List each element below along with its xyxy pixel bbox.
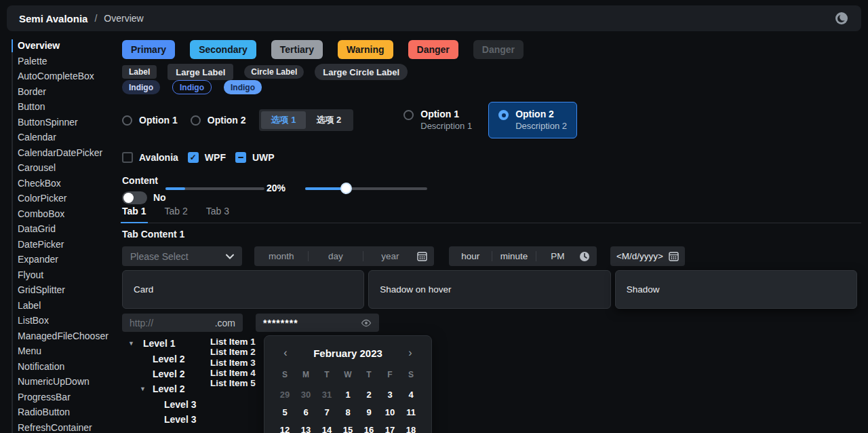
tree-node-level-2[interactable]: Level 2 bbox=[122, 366, 210, 381]
sidebar-item-carousel[interactable]: Carousel bbox=[7, 160, 121, 176]
sidebar-item-label[interactable]: Label bbox=[7, 298, 121, 314]
tab-3[interactable]: Tab 3 bbox=[206, 206, 229, 216]
danger-button-disabled[interactable]: Danger bbox=[473, 40, 524, 59]
list-item[interactable]: List Item 2 bbox=[210, 347, 258, 357]
sidebar-item-checkbox[interactable]: CheckBox bbox=[7, 176, 121, 191]
checkbox-uwp[interactable]: UWP bbox=[235, 152, 275, 163]
sidebar-item-datagrid[interactable]: DataGrid bbox=[7, 221, 121, 237]
danger-button[interactable]: Danger bbox=[408, 40, 458, 59]
card-radio-option-1[interactable]: Option 1 Description 1 bbox=[394, 102, 481, 138]
sidebar-item-refreshcontainer[interactable]: RefreshContainer bbox=[7, 420, 121, 433]
calendar-day[interactable]: 17 bbox=[380, 421, 401, 433]
date-segment-year[interactable]: year bbox=[363, 251, 417, 261]
sidebar-item-border[interactable]: Border bbox=[7, 84, 121, 100]
calendar-icon[interactable] bbox=[669, 251, 679, 261]
eye-icon[interactable] bbox=[361, 318, 372, 328]
calendar-day[interactable]: 4 bbox=[401, 386, 422, 404]
calendar-day[interactable]: 29 bbox=[275, 386, 296, 404]
calendar-day[interactable]: 15 bbox=[338, 421, 359, 433]
date-picker[interactable]: month day year bbox=[254, 246, 434, 266]
chevron-right-icon[interactable]: › bbox=[403, 347, 417, 359]
date-segment-day[interactable]: day bbox=[309, 251, 362, 261]
sidebar-item-numericupdown[interactable]: NumericUpDown bbox=[7, 374, 121, 390]
slider-thumb[interactable] bbox=[340, 183, 352, 194]
sidebar-item-managedfilechooser[interactable]: ManagedFileChooser bbox=[7, 328, 121, 344]
calendar-day[interactable]: 31 bbox=[317, 386, 338, 404]
tree-node-level-3[interactable]: Level 3 bbox=[122, 412, 210, 427]
sidebar-item-button[interactable]: Button bbox=[7, 99, 121, 115]
primary-button[interactable]: Primary bbox=[122, 40, 175, 59]
checkbox-box-indeterminate[interactable] bbox=[235, 152, 246, 163]
chevron-left-icon[interactable]: ‹ bbox=[279, 347, 292, 359]
calendar-day[interactable]: 18 bbox=[401, 421, 422, 433]
time-picker[interactable]: hour minute PM bbox=[449, 246, 597, 266]
sidebar-item-palette[interactable]: Palette bbox=[7, 54, 121, 69]
card-shadow-on-hover[interactable]: Shadow on hover bbox=[368, 270, 610, 309]
sidebar-item-overview[interactable]: Overview bbox=[7, 38, 121, 54]
tree-node-level-1[interactable]: ▼ Level 1 bbox=[122, 336, 210, 351]
tree-expander-chevron-down-icon[interactable]: ▼ bbox=[140, 385, 146, 392]
calendar-day[interactable]: 12 bbox=[275, 421, 296, 433]
sidebar-item-menu[interactable]: Menu bbox=[7, 343, 121, 359]
sidebar-item-radiobutton[interactable]: RadioButton bbox=[7, 404, 121, 420]
toggle-switch[interactable] bbox=[122, 191, 147, 204]
card-radio-option-2[interactable]: Option 2 Description 2 bbox=[488, 102, 577, 138]
calendar-day[interactable]: 2 bbox=[359, 386, 380, 404]
url-input[interactable]: http:// .com bbox=[122, 314, 243, 332]
sidebar-item-notification[interactable]: Notification bbox=[7, 359, 121, 375]
checkbox-box[interactable] bbox=[122, 152, 133, 163]
tab-1[interactable]: Tab 1 bbox=[122, 206, 146, 216]
calendar-day[interactable]: 10 bbox=[380, 404, 401, 421]
list-item[interactable]: List Item 5 bbox=[210, 378, 258, 388]
list-item[interactable]: List Item 3 bbox=[210, 358, 258, 368]
radio-circle[interactable] bbox=[403, 110, 414, 120]
time-segment-hour[interactable]: hour bbox=[449, 251, 492, 261]
sidebar-item-progressbar[interactable]: ProgressBar bbox=[7, 390, 121, 405]
tree-node-level-2[interactable]: ▼ Level 2 bbox=[122, 381, 210, 396]
sidebar-item-buttonspinner[interactable]: ButtonSpinner bbox=[7, 115, 121, 130]
segment-option-1[interactable]: 选项 1 bbox=[261, 111, 307, 129]
radio-option-1[interactable]: Option 1 bbox=[122, 115, 178, 126]
tree-node-level-2[interactable]: Level 2 bbox=[122, 351, 210, 366]
sidebar-item-expander[interactable]: Expander bbox=[7, 252, 121, 267]
calendar-day[interactable]: 5 bbox=[275, 404, 296, 421]
sidebar-item-combobox[interactable]: ComboBox bbox=[7, 206, 121, 222]
sidebar-item-flyout[interactable]: Flyout bbox=[7, 267, 121, 283]
theme-toggle-moon-icon[interactable] bbox=[834, 11, 849, 26]
calendar-day[interactable]: 3 bbox=[380, 386, 401, 404]
radio-circle-selected[interactable] bbox=[498, 110, 509, 120]
sidebar-item-calendardatepicker[interactable]: CalendarDatePicker bbox=[7, 145, 121, 161]
list-item[interactable]: List Item 1 bbox=[210, 337, 258, 347]
list-item[interactable]: List Item 4 bbox=[210, 368, 258, 378]
calendar-day[interactable]: 1 bbox=[338, 386, 359, 404]
date-format-input[interactable]: <M/d/yyyy> bbox=[610, 246, 685, 266]
calendar-day[interactable]: 9 bbox=[359, 404, 380, 421]
segment-option-2[interactable]: 选项 2 bbox=[306, 111, 351, 129]
time-segment-ampm[interactable]: PM bbox=[536, 251, 579, 261]
date-segment-month[interactable]: month bbox=[254, 251, 308, 261]
sidebar-item-calendar[interactable]: Calendar bbox=[7, 130, 121, 145]
select-dropdown[interactable]: Please Select bbox=[122, 246, 242, 266]
slider-20-percent[interactable] bbox=[165, 187, 264, 190]
calendar-day[interactable]: 14 bbox=[317, 421, 338, 433]
calendar-day[interactable]: 16 bbox=[359, 421, 380, 433]
sidebar-item-autocompletebox[interactable]: AutoCompleteBox bbox=[7, 69, 121, 84]
calendar-day[interactable]: 11 bbox=[401, 404, 422, 421]
sidebar-item-gridsplitter[interactable]: GridSplitter bbox=[7, 282, 121, 298]
checkbox-avalonia[interactable]: Avalonia bbox=[122, 152, 178, 163]
calendar-day[interactable]: 13 bbox=[296, 421, 317, 433]
sidebar-item-datepicker[interactable]: DatePicker bbox=[7, 237, 121, 252]
tree-expander-chevron-down-icon[interactable]: ▼ bbox=[128, 340, 134, 347]
radio-circle[interactable] bbox=[191, 115, 201, 126]
calendar-day[interactable]: 7 bbox=[317, 404, 338, 421]
checkbox-wpf[interactable]: WPF bbox=[188, 152, 226, 163]
slider-with-thumb[interactable] bbox=[305, 187, 427, 190]
warning-button[interactable]: Warning bbox=[338, 40, 393, 59]
tree-node-level-3[interactable]: Level 3 bbox=[122, 397, 210, 412]
tertiary-button[interactable]: Tertiary bbox=[271, 40, 323, 59]
sidebar-item-colorpicker[interactable]: ColorPicker bbox=[7, 191, 121, 206]
time-segment-minute[interactable]: minute bbox=[492, 251, 535, 261]
calendar-icon[interactable] bbox=[417, 251, 434, 261]
password-input[interactable]: ******** bbox=[256, 314, 379, 332]
calendar-day[interactable]: 30 bbox=[296, 386, 317, 404]
